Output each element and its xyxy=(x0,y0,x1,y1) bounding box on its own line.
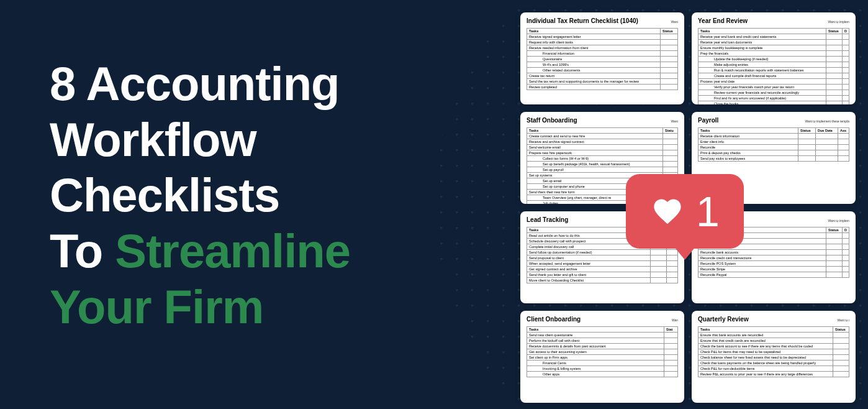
card-title: Year End Review xyxy=(698,17,748,24)
headline-line-5: Your Firm xyxy=(50,279,350,335)
card-link: Want to implem xyxy=(828,219,849,223)
card-link: Wan xyxy=(672,318,678,322)
card-title: Payroll xyxy=(698,117,718,124)
card-title: Client Onboarding xyxy=(527,316,581,323)
checklist-table: TasksStatusD Receive year end bank and c… xyxy=(698,28,849,104)
like-badge: 1 xyxy=(626,174,744,249)
like-count: 1 xyxy=(696,187,720,236)
card-client-onboarding: Client Onboarding Wan TasksStat Send new… xyxy=(520,311,684,403)
card-link: Want xyxy=(671,20,678,24)
card-quarterly-review: Quarterly Review Want to i TasksStatus E… xyxy=(692,311,856,403)
card-link: Want xyxy=(671,119,678,123)
checklist-table: TasksStatus Ensure that bank accounts ar… xyxy=(698,326,849,377)
card-title: Lead Tracking xyxy=(527,216,568,223)
headline-line-1: 8 Accounting xyxy=(50,56,350,112)
card-link: Want to i xyxy=(837,318,849,322)
card-tax-return: Individual Tax Return Checklist (1040) W… xyxy=(520,12,684,104)
card-year-end-review: Year End Review Want to implem TasksStat… xyxy=(692,12,856,104)
heart-icon xyxy=(650,195,685,227)
card-title: Staff Onboarding xyxy=(527,117,577,124)
card-link: Want to implem xyxy=(828,20,849,24)
checklist-table: TasksStat Send new client questionaire P… xyxy=(527,326,678,377)
card-title: Individual Tax Return Checklist (1040) xyxy=(527,17,638,24)
checklist-table: TasksStatusDue DateAss Receive client in… xyxy=(698,127,849,162)
checklist-table: TasksStatus Receive signed engagement le… xyxy=(527,28,678,90)
headline: 8 Accounting Workflow Checklists To Stre… xyxy=(50,56,350,334)
card-link: Want to implement these templa xyxy=(805,119,849,123)
card-title: Quarterly Review xyxy=(698,316,749,323)
headline-line-3: Checklists xyxy=(50,167,350,223)
headline-line-4: To Streamline xyxy=(50,223,350,279)
headline-line-2: Workflow xyxy=(50,112,350,168)
